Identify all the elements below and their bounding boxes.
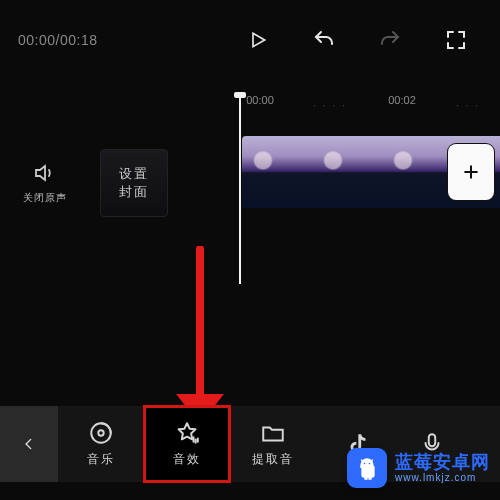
watermark-text: 蓝莓安卓网 www.lmkjz.com	[395, 453, 490, 484]
clip-thumbnail	[382, 136, 452, 208]
cover-line2: 封面	[119, 183, 149, 201]
watermark: 蓝莓安卓网 www.lmkjz.com	[347, 448, 490, 488]
svg-point-4	[364, 463, 366, 465]
back-button[interactable]	[0, 406, 58, 482]
music-disc-icon	[88, 420, 114, 446]
play-button[interactable]	[232, 14, 284, 66]
watermark-url: www.lmkjz.com	[395, 472, 490, 483]
tool-music-label: 音乐	[87, 451, 115, 468]
timeline-ruler: 00:00 · · · · 00:02 · · ·	[0, 94, 500, 116]
ruler-tick-0: 00:00	[246, 94, 274, 106]
undo-button[interactable]	[298, 14, 350, 66]
svg-rect-3	[429, 434, 436, 446]
folder-icon	[260, 420, 286, 446]
redo-button[interactable]	[364, 14, 416, 66]
watermark-badge	[347, 448, 387, 488]
video-editor-screen: { "timecode": { "current": "00:00", "tot…	[0, 0, 500, 500]
ruler-dots-2: · · ·	[456, 100, 480, 111]
tool-sound-effects[interactable]: 音效	[144, 406, 230, 482]
mute-label: 关闭原声	[23, 191, 67, 205]
chevron-left-icon	[22, 433, 36, 455]
set-cover-button[interactable]: 设置 封面	[100, 149, 168, 217]
clip-thumbnail	[242, 136, 312, 208]
watermark-title: 蓝莓安卓网	[395, 453, 490, 473]
mute-original-audio-button[interactable]: 关闭原声	[0, 161, 90, 205]
svg-point-2	[98, 430, 103, 435]
clip-thumbnail	[312, 136, 382, 208]
star-sfx-icon	[174, 420, 200, 446]
timecode-display: 00:00/00:18	[18, 32, 97, 48]
annotation-arrow	[196, 246, 204, 402]
svg-point-5	[369, 463, 371, 465]
cover-line1: 设置	[119, 165, 149, 183]
timecode-current: 00:00	[18, 32, 56, 48]
tool-extract-audio[interactable]: 提取音	[230, 406, 316, 482]
speaker-icon	[33, 161, 57, 185]
plus-icon	[461, 162, 481, 182]
add-clip-button[interactable]	[448, 144, 494, 200]
fullscreen-button[interactable]	[430, 14, 482, 66]
tool-extract-label: 提取音	[252, 451, 294, 468]
ruler-tick-1: 00:02	[388, 94, 416, 106]
top-toolbar: 00:00/00:18	[0, 0, 500, 80]
svg-marker-0	[253, 33, 265, 46]
android-icon	[355, 456, 379, 480]
ruler-dots: · · · ·	[313, 100, 346, 111]
tool-sfx-label: 音效	[173, 451, 201, 468]
timecode-total: 00:18	[60, 32, 98, 48]
tool-music[interactable]: 音乐	[58, 406, 144, 482]
